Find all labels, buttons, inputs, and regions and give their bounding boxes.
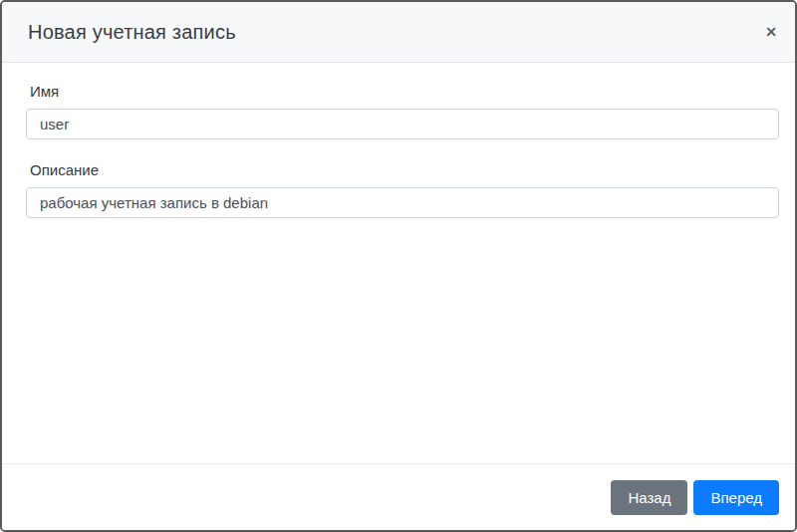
- name-field-label: Имя: [30, 83, 779, 100]
- forward-button[interactable]: Вперед: [693, 480, 779, 515]
- new-account-dialog: Новая учетная запись ✕ Имя Описание Наза…: [0, 0, 797, 532]
- dialog-body: Имя Описание: [2, 63, 795, 463]
- close-icon: ✕: [765, 24, 777, 40]
- dialog-title: Новая учетная запись: [28, 21, 236, 44]
- name-input[interactable]: [26, 109, 779, 139]
- description-input[interactable]: [26, 187, 779, 218]
- description-field-label: Описание: [30, 161, 779, 178]
- close-button[interactable]: ✕: [763, 21, 779, 43]
- description-field-group: Описание: [26, 161, 779, 218]
- dialog-header: Новая учетная запись ✕: [2, 2, 795, 63]
- dialog-footer: Назад Вперед: [2, 463, 795, 530]
- name-field-group: Имя: [26, 83, 779, 139]
- back-button[interactable]: Назад: [611, 480, 687, 515]
